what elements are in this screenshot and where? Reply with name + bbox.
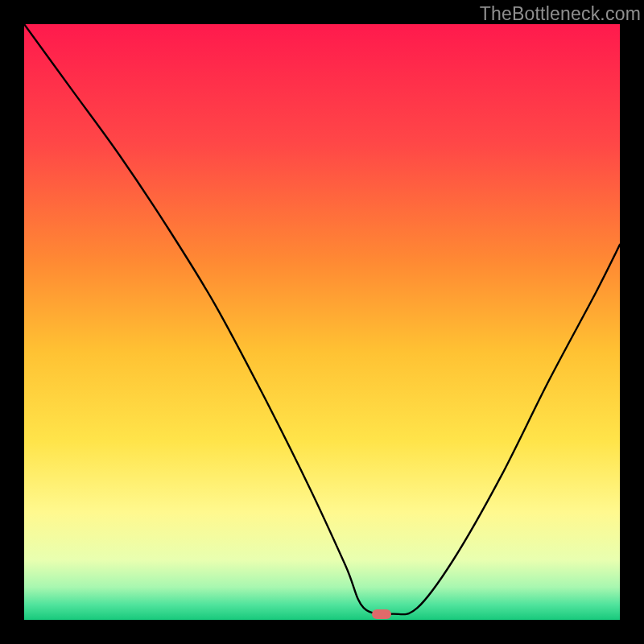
chart-frame: TheBottleneck.com: [0, 0, 644, 644]
optimal-marker: [372, 609, 391, 619]
bottleneck-curve: [24, 24, 620, 620]
watermark-text: TheBottleneck.com: [480, 3, 641, 25]
plot-area: [24, 24, 620, 620]
